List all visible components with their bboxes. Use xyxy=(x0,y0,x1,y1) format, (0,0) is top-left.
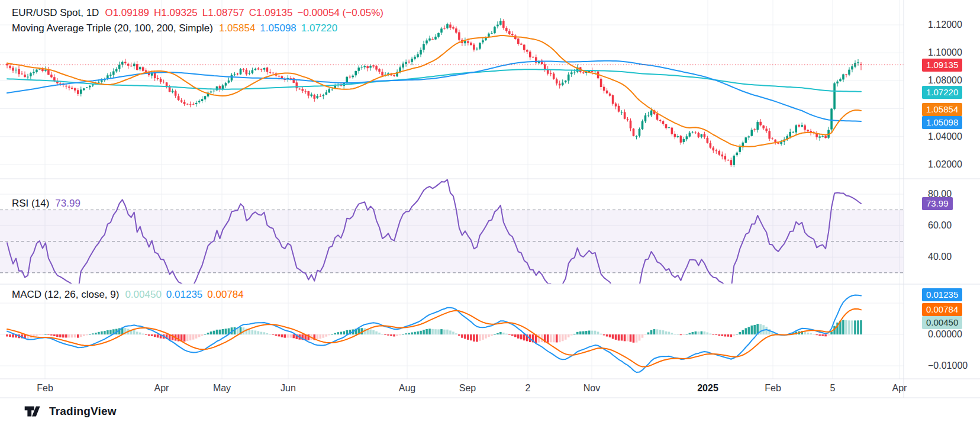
price-pane-legend: EUR/USD Spot, 1DO1.09189H1.09325L1.08757… xyxy=(12,5,388,36)
rsi-indicator-title[interactable]: RSI (14) xyxy=(12,198,49,209)
tradingview-brand-text[interactable]: TradingView xyxy=(49,405,117,418)
price-axis-badge: 1.07220 xyxy=(922,86,962,99)
symbol-title[interactable]: EUR/USD Spot, 1D xyxy=(12,7,99,18)
price-axis-label: 1.02000 xyxy=(928,159,962,170)
rsi-pane-legend: RSI (14)73.99 xyxy=(12,196,85,211)
macd-axis-label: −0.01000 xyxy=(928,360,968,371)
macd-line-value: 0.01235 xyxy=(166,289,202,300)
ma20-value: 1.05854 xyxy=(219,22,255,34)
price-scale-axis[interactable]: 1.120001.100001.080001.040001.020001.091… xyxy=(904,0,980,398)
tradingview-logo-icon xyxy=(24,404,44,419)
macd-pane-legend: MACD (12, 26, close, 9)0.004500.012350.0… xyxy=(12,287,249,302)
rsi-axis-badge: 73.99 xyxy=(922,197,953,210)
rsi-axis-label: 60.00 xyxy=(928,220,952,231)
macd-axis-badge: 0.01235 xyxy=(922,288,962,301)
time-axis-label-may: May xyxy=(204,383,240,394)
change-value: −0.00054 (−0.05%) xyxy=(297,7,383,18)
time-axis-label-feb: Feb xyxy=(755,383,791,394)
macd-indicator-title[interactable]: MACD (12, 26, close, 9) xyxy=(12,289,119,300)
price-axis-badge: 1.05854 xyxy=(922,103,962,116)
price-axis-label: 1.08000 xyxy=(928,75,962,86)
time-axis-label-2: 2 xyxy=(510,383,546,394)
chart-canvas[interactable] xyxy=(0,0,980,398)
ma-indicator-title[interactable]: Moving Average Triple (20, 100, 200, Sim… xyxy=(12,22,213,34)
ma-legend-row: Moving Average Triple (20, 100, 200, Sim… xyxy=(12,21,388,36)
time-axis-label-feb: Feb xyxy=(27,383,63,394)
tradingview-attribution: TradingView xyxy=(24,404,117,419)
price-axis-badge: 1.05098 xyxy=(922,116,962,129)
low-value: L1.08757 xyxy=(202,7,244,18)
open-value: O1.09189 xyxy=(105,7,149,18)
macd-axis-badge: 0.00784 xyxy=(922,303,962,316)
price-axis-label: 1.10000 xyxy=(928,47,962,58)
macd-signal-value: 0.00784 xyxy=(207,289,243,300)
time-axis-label-jun: Jun xyxy=(270,383,306,394)
time-axis-label-aug: Aug xyxy=(389,383,425,394)
price-axis-badge: 1.09135 xyxy=(922,59,962,72)
time-axis-label-apr: Apr xyxy=(882,383,917,394)
price-axis-label: 1.12000 xyxy=(928,20,962,30)
macd-axis-label: 0.00000 xyxy=(928,329,962,340)
rsi-axis-label: 40.00 xyxy=(928,252,952,262)
macd-axis-badge: 0.00450 xyxy=(922,316,962,329)
ma200-value: 1.07220 xyxy=(301,22,337,34)
time-axis-label-apr: Apr xyxy=(144,383,179,394)
price-axis-label: 1.04000 xyxy=(928,131,962,142)
high-value: H1.09325 xyxy=(154,7,198,18)
time-axis-label-sep: Sep xyxy=(450,383,485,394)
time-axis-label-5: 5 xyxy=(815,383,850,394)
ma100-value: 1.05098 xyxy=(260,22,296,34)
time-axis-label-2025: 2025 xyxy=(690,383,726,394)
time-scale-axis[interactable]: FebAprMayJunAugSep2Nov2025Feb5Apr xyxy=(0,382,980,398)
rsi-value: 73.99 xyxy=(55,198,80,209)
time-axis-label-nov: Nov xyxy=(574,383,610,394)
close-value: C1.09135 xyxy=(249,7,293,18)
macd-hist-value: 0.00450 xyxy=(125,289,161,300)
symbol-legend-row: EUR/USD Spot, 1DO1.09189H1.09325L1.08757… xyxy=(12,5,388,21)
